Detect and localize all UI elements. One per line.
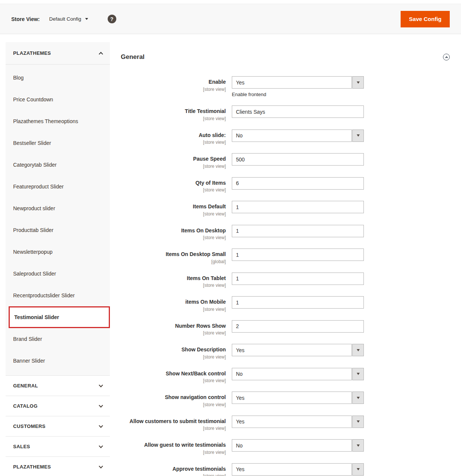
- select-field[interactable]: Yes: [232, 416, 364, 428]
- sidebar-item[interactable]: Producttab Slider: [6, 219, 110, 241]
- chevron-up-icon: [99, 52, 103, 56]
- store-view-dropdown[interactable]: Default Config: [49, 16, 88, 22]
- form-field-row: items On Mobile [store view]: [121, 296, 450, 312]
- select-field[interactable]: Yes: [232, 76, 364, 89]
- form-field-row: Qty of Items [store view]: [121, 177, 450, 193]
- sidebar-items: Blog Price Countdown Plazathemes Themeop…: [6, 65, 110, 375]
- field-label: Allow guest to write testimonials: [121, 442, 226, 449]
- select-field[interactable]: Yes: [232, 463, 364, 476]
- form-field-row: Allow customers to submit testimonial [s…: [121, 416, 450, 431]
- chevron-down-icon: [99, 383, 103, 387]
- field-label: Items Default: [121, 203, 226, 210]
- field-scope: [store view]: [121, 211, 226, 217]
- text-field[interactable]: [232, 225, 364, 237]
- help-icon[interactable]: ?: [108, 15, 116, 23]
- sidebar-item[interactable]: Bestseller Slider: [6, 132, 110, 154]
- nav-collapsed-section[interactable]: SALES: [6, 436, 110, 456]
- form-field-row: Show navigation control [store view] Yes: [121, 392, 450, 407]
- form-field-row: Items On Desktop Small [global]: [121, 249, 450, 264]
- select-arrow-icon: [352, 416, 364, 428]
- field-label: Show Description: [121, 346, 226, 353]
- sidebar-item[interactable]: Blog: [6, 67, 110, 89]
- field-label: Enable: [121, 79, 226, 86]
- field-label: Items On Desktop: [121, 227, 226, 234]
- text-field[interactable]: [232, 249, 364, 261]
- collapse-section-icon[interactable]: [443, 54, 450, 60]
- text-field[interactable]: [232, 105, 364, 118]
- field-comment: Enable frontend: [232, 92, 364, 97]
- select-field[interactable]: No: [232, 368, 364, 380]
- field-scope: [store view]: [121, 354, 226, 360]
- form-field-row: Items On Desktop [store view]: [121, 225, 450, 241]
- sidebar-item[interactable]: Plazathemes Themeoptions: [6, 110, 110, 132]
- select-field[interactable]: No: [232, 130, 364, 142]
- chevron-down-icon: [99, 423, 103, 428]
- text-field[interactable]: [232, 201, 364, 213]
- main-panel: General Enable [store view] Yes Enable f…: [121, 42, 450, 476]
- form-field-row: Items Default [store view]: [121, 201, 450, 217]
- text-field[interactable]: [232, 177, 364, 190]
- sidebar-item[interactable]: Newsletterpopup: [6, 241, 110, 263]
- select-field[interactable]: Yes: [232, 392, 364, 404]
- text-field[interactable]: [232, 296, 364, 309]
- field-label: Pause Speed: [121, 156, 226, 163]
- sidebar-item[interactable]: Recentproductslider Slider: [6, 285, 110, 306]
- field-scope: [store view]: [121, 116, 226, 121]
- store-view-label: Store View:: [11, 16, 40, 22]
- text-field[interactable]: [232, 320, 364, 333]
- field-label: Approve testimonials: [121, 466, 226, 473]
- sidebar-item[interactable]: Categorytab Slider: [6, 154, 110, 176]
- chevron-down-icon: [99, 403, 103, 407]
- nav-collapsed-section[interactable]: PLAZATHEMES: [6, 456, 110, 476]
- field-scope: [store view]: [121, 235, 226, 240]
- field-scope: [global]: [121, 259, 226, 264]
- form-field-row: Enable [store view] Yes Enable frontend: [121, 76, 450, 97]
- toolbar: Store View: Default Config ? Save Config: [0, 4, 461, 34]
- chevron-down-icon: [99, 444, 103, 448]
- field-scope: [store view]: [121, 307, 226, 312]
- field-scope: [store view]: [121, 450, 226, 455]
- field-scope: [store view]: [121, 402, 226, 407]
- field-scope: [store view]: [121, 473, 226, 476]
- form-field-row: Approve testimonials [store view] Yes: [121, 463, 450, 476]
- field-scope: [store view]: [121, 187, 226, 193]
- nav-section-plazathemes: PLAZATHEMES Blog Price Countdown Plazath…: [6, 42, 110, 375]
- sidebar-item[interactable]: Banner Slider: [6, 350, 110, 372]
- text-field[interactable]: [232, 153, 364, 166]
- save-config-button[interactable]: Save Config: [401, 11, 450, 27]
- select-arrow-icon: [352, 130, 364, 142]
- nav-section-plazathemes-header[interactable]: PLAZATHEMES: [6, 42, 110, 65]
- select-arrow-icon: [352, 368, 364, 380]
- field-label: Show navigation control: [121, 394, 226, 401]
- field-scope: [store view]: [121, 87, 226, 92]
- select-field[interactable]: Yes: [232, 344, 364, 356]
- field-label: Items On Desktop Small: [121, 251, 226, 258]
- form-field-row: Allow guest to write testimonials [store…: [121, 439, 450, 455]
- field-scope: [store view]: [121, 378, 226, 383]
- form-field-row: Items On Tablet [store view]: [121, 273, 450, 288]
- chevron-down-icon: [99, 464, 103, 468]
- sidebar-item[interactable]: Featureproduct Slider: [6, 176, 110, 197]
- field-label: Number Rows Show: [121, 323, 226, 330]
- sidebar-item-active[interactable]: Testimonial Slider: [9, 306, 110, 328]
- field-label: Show Next/Back control: [121, 371, 226, 377]
- nav-collapsed-section[interactable]: CATALOG: [6, 396, 110, 416]
- sidebar-item[interactable]: Saleproduct Slider: [6, 263, 110, 285]
- config-nav: PLAZATHEMES Blog Price Countdown Plazath…: [6, 42, 110, 476]
- sidebar-item[interactable]: Price Countdown: [6, 89, 110, 110]
- form-field-row: Show Next/Back control [store view] No: [121, 368, 450, 384]
- form-field-row: Pause Speed [store view]: [121, 153, 450, 169]
- nav-section-title: PLAZATHEMES: [13, 50, 99, 56]
- field-label: Title Testimonial: [121, 108, 226, 115]
- store-view-value: Default Config: [49, 16, 81, 22]
- select-field[interactable]: No: [232, 439, 364, 452]
- nav-collapsed-sections: GENERAL CATALOG CUSTOMERS SALES PLAZATHE…: [6, 375, 110, 476]
- select-arrow-icon: [352, 463, 364, 476]
- nav-collapsed-section[interactable]: CUSTOMERS: [6, 416, 110, 436]
- sidebar-item[interactable]: Newproduct slider: [6, 197, 110, 219]
- sidebar-item[interactable]: Brand Slider: [6, 328, 110, 350]
- nav-collapsed-section[interactable]: GENERAL: [6, 375, 110, 396]
- text-field[interactable]: [232, 273, 364, 285]
- layout: PLAZATHEMES Blog Price Countdown Plazath…: [0, 34, 461, 476]
- section-header: General: [121, 53, 450, 61]
